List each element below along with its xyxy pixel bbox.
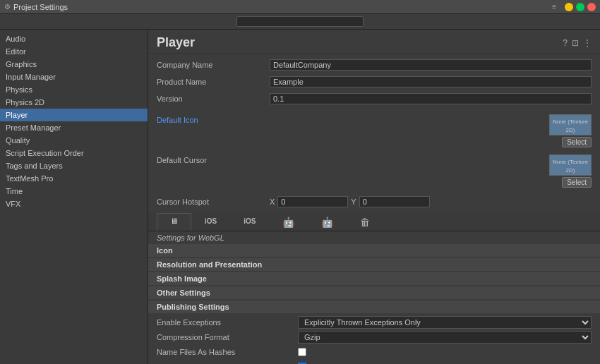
sidebar-item-physics[interactable]: Physics	[0, 83, 148, 96]
popout-icon[interactable]: ⊡	[572, 38, 579, 48]
product-name-input[interactable]	[270, 76, 592, 87]
sidebar-item-textmesh-pro[interactable]: TextMesh Pro	[0, 172, 148, 185]
company-name-section: Company Name Product Name Version	[148, 54, 600, 113]
default-icon-section: Default Icon None (Texture 2D) Select	[148, 113, 600, 153]
cursor-select-button[interactable]: Select	[562, 177, 592, 188]
company-name-row: Company Name	[157, 58, 592, 72]
enable-exceptions-label: Enable Exceptions	[157, 318, 298, 327]
icon-section-header[interactable]: Icon	[148, 244, 600, 257]
more-icon[interactable]: ⋮	[583, 38, 592, 48]
sidebar-item-script-execution-order[interactable]: Script Execution Order	[0, 147, 148, 159]
settings-for-label-row: Settings for WebGL	[148, 231, 600, 244]
content-header: Player ? ⊡ ⋮	[148, 30, 600, 54]
tab-webgl[interactable]: 🗑	[347, 213, 383, 231]
sidebar-item-input-manager[interactable]: Input Manager	[0, 71, 148, 83]
default-icon-select-button[interactable]: Select	[562, 137, 592, 147]
other-settings-label: Other Settings	[157, 289, 210, 297]
name-files-as-hashes-row: Name Files As Hashes	[157, 346, 592, 358]
main-layout: Audio Editor Graphics Input Manager Phys…	[0, 30, 600, 364]
gear-icon: ⚙	[4, 3, 11, 11]
splash-section-label: Splash Image	[157, 274, 207, 283]
name-files-as-hashes-checkbox[interactable]	[298, 348, 306, 356]
publishing-settings-header[interactable]: Publishing Settings	[148, 301, 600, 313]
hotspot-y-label: Y	[351, 198, 356, 206]
compression-format-select[interactable]: Gzip	[298, 331, 592, 344]
default-cursor-box-text: None (Texture 2D)	[553, 159, 588, 174]
version-row: Version	[157, 92, 592, 106]
android-icon: 🤖	[321, 217, 333, 228]
sidebar-item-time[interactable]: Time	[0, 185, 148, 198]
window-title: Project Settings	[13, 3, 552, 11]
resolution-section-label: Resolution and Presentation	[157, 260, 262, 269]
tab-ios[interactable]: iOS	[230, 213, 269, 231]
tab-ios-alt[interactable]: iOS	[191, 213, 230, 231]
page-title: Player	[157, 35, 195, 50]
hotspot-xy: X Y	[270, 196, 430, 207]
tab-desktop[interactable]: 🖥	[157, 213, 191, 231]
default-cursor-box: None (Texture 2D)	[549, 154, 592, 176]
version-input[interactable]	[270, 93, 592, 104]
name-files-as-hashes-label: Name Files As Hashes	[157, 348, 298, 356]
window-controls: ≡	[552, 3, 596, 11]
sidebar-item-quality[interactable]: Quality	[0, 134, 148, 147]
default-icon-link[interactable]: Default Icon	[157, 114, 270, 124]
sidebar: Audio Editor Graphics Input Manager Phys…	[0, 30, 148, 364]
minimize-button[interactable]	[565, 3, 573, 11]
sidebar-item-vfx[interactable]: VFX	[0, 198, 148, 210]
enable-exceptions-select[interactable]: Explicitly Thrown Exceptions Only	[298, 316, 592, 329]
ios-icon: iOS	[244, 217, 256, 225]
sidebar-item-graphics[interactable]: Graphics	[0, 58, 148, 71]
splash-section-header[interactable]: Splash Image	[148, 272, 600, 285]
webgl-icon: 🗑	[360, 217, 370, 228]
default-icon-box-text: None (Texture 2D)	[553, 119, 588, 133]
default-cursor-section: Default Cursor None (Texture 2D) Select	[148, 153, 600, 193]
publishing-settings-label: Publishing Settings	[157, 303, 229, 311]
default-icon-box: None (Texture 2D)	[549, 114, 592, 135]
product-name-row: Product Name	[157, 75, 592, 89]
icon-section-label: Icon	[157, 246, 173, 255]
product-name-label: Product Name	[157, 78, 270, 86]
default-icon-controls: None (Texture 2D) Select	[535, 114, 592, 150]
cursor-hotspot-row: Cursor Hotspot X Y	[148, 193, 600, 210]
hotspot-x-label: X	[270, 198, 275, 206]
cursor-hotspot-label: Cursor Hotspot	[157, 198, 270, 206]
ios-alt-icon: iOS	[205, 217, 217, 225]
sidebar-item-physics-2d[interactable]: Physics 2D	[0, 96, 148, 109]
content-area: Player ? ⊡ ⋮ Company Name Product Name V…	[148, 30, 600, 364]
sidebar-item-tags-and-layers[interactable]: Tags and Layers	[0, 159, 148, 172]
title-bar: ⚙ Project Settings ≡	[0, 0, 600, 14]
sidebar-item-preset-manager[interactable]: Preset Manager	[0, 121, 148, 134]
compression-format-label: Compression Format	[157, 333, 298, 341]
search-input[interactable]	[236, 16, 364, 27]
company-name-label: Company Name	[157, 61, 270, 69]
default-cursor-controls: None (Texture 2D) Select	[535, 154, 592, 190]
version-label: Version	[157, 95, 270, 103]
enable-exceptions-row: Enable Exceptions Explicitly Thrown Exce…	[157, 316, 592, 329]
help-icon[interactable]: ?	[563, 38, 568, 48]
close-button[interactable]	[587, 3, 596, 11]
other-settings-header[interactable]: Other Settings	[148, 286, 600, 299]
tab-android-red[interactable]: 🤖	[269, 213, 308, 231]
search-bar	[0, 14, 600, 30]
sidebar-item-audio[interactable]: Audio	[0, 32, 148, 45]
compression-format-row: Compression Format Gzip	[157, 331, 592, 344]
hotspot-y-input[interactable]	[359, 196, 430, 207]
android-red-icon: 🤖	[282, 217, 294, 228]
resolution-section-header[interactable]: Resolution and Presentation	[148, 258, 600, 271]
sidebar-item-editor[interactable]: Editor	[0, 45, 148, 58]
tab-android[interactable]: 🤖	[308, 213, 347, 231]
desktop-icon: 🖥	[170, 217, 178, 225]
platform-tabs: 🖥 iOS iOS 🤖 🤖 🗑	[148, 213, 600, 231]
settings-for-label: Settings for WebGL	[157, 231, 224, 244]
company-name-input[interactable]	[270, 59, 592, 71]
maximize-button[interactable]	[576, 3, 584, 11]
header-icons: ? ⊡ ⋮	[563, 38, 592, 48]
publishing-settings-content: Enable Exceptions Explicitly Thrown Exce…	[148, 315, 600, 364]
data-caching-row: Data Caching	[157, 360, 592, 364]
hotspot-x-input[interactable]	[277, 196, 348, 207]
sidebar-item-player[interactable]: Player	[0, 109, 148, 121]
menu-button[interactable]: ≡	[552, 3, 556, 11]
default-cursor-label: Default Cursor	[157, 154, 270, 164]
